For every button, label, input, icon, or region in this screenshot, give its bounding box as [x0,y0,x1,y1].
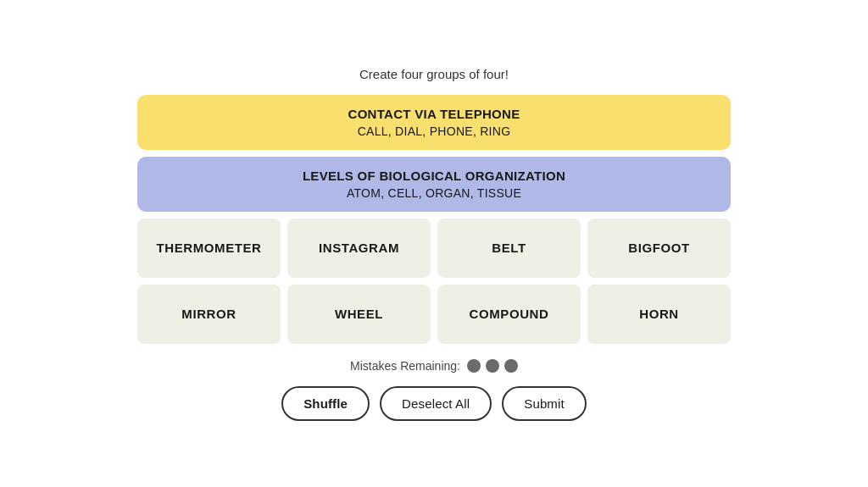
word-tile-belt[interactable]: BELT [437,219,581,278]
word-tile-mirror[interactable]: MIRROR [137,285,281,344]
solved-group-yellow: CONTACT VIA TELEPHONECALL, DIAL, PHONE, … [137,95,731,150]
shuffle-button[interactable]: Shuffle [281,386,370,421]
buttons-row: Shuffle Deselect All Submit [281,386,587,421]
mistake-dot-3 [504,359,518,373]
solved-group-words-yellow: CALL, DIAL, PHONE, RING [358,125,511,138]
solved-group-title-purple: LEVELS OF BIOLOGICAL ORGANIZATION [303,169,565,183]
mistake-dot-1 [467,359,481,373]
mistakes-dots [467,359,518,373]
word-tile-instagram[interactable]: INSTAGRAM [287,219,431,278]
game-container: Create four groups of four! CONTACT VIA … [137,67,731,421]
solved-group-words-purple: ATOM, CELL, ORGAN, TISSUE [347,186,521,200]
solved-group-purple: LEVELS OF BIOLOGICAL ORGANIZATIONATOM, C… [137,157,731,212]
submit-button[interactable]: Submit [502,386,587,421]
instruction-text: Create four groups of four! [359,67,509,81]
solved-groups-area: CONTACT VIA TELEPHONECALL, DIAL, PHONE, … [137,95,731,212]
mistakes-row: Mistakes Remaining: [350,359,518,373]
word-tile-compound[interactable]: COMPOUND [437,285,581,344]
mistakes-label: Mistakes Remaining: [350,359,460,373]
word-tile-wheel[interactable]: WHEEL [287,285,431,344]
solved-group-title-yellow: CONTACT VIA TELEPHONE [348,107,520,121]
word-tile-thermometer[interactable]: THERMOMETER [137,219,281,278]
word-tile-bigfoot[interactable]: BIGFOOT [587,219,731,278]
word-tile-horn[interactable]: HORN [587,285,731,344]
mistake-dot-2 [486,359,499,373]
word-grid: THERMOMETERINSTAGRAMBELTBIGFOOTMIRRORWHE… [137,219,731,344]
deselect-all-button[interactable]: Deselect All [380,386,492,421]
